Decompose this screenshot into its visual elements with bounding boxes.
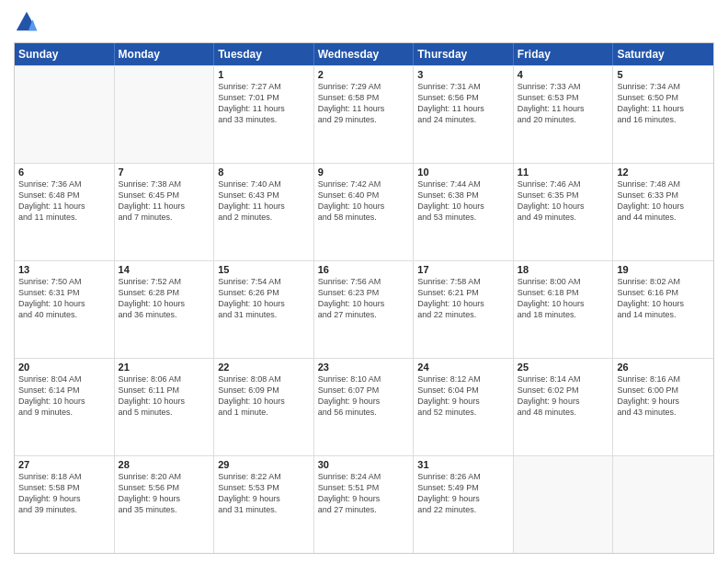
calendar-cell: 14Sunrise: 7:52 AMSunset: 6:28 PMDayligh… [115, 261, 215, 358]
calendar-cell: 25Sunrise: 8:14 AMSunset: 6:02 PMDayligh… [514, 359, 614, 455]
calendar-cell: 12Sunrise: 7:48 AMSunset: 6:33 PMDayligh… [613, 164, 713, 260]
calendar-cell: 6Sunrise: 7:36 AMSunset: 6:48 PMDaylight… [15, 164, 115, 260]
day-number: 12 [617, 167, 710, 178]
calendar-cell: 27Sunrise: 8:18 AMSunset: 5:58 PMDayligh… [15, 456, 115, 553]
logo [14, 9, 43, 35]
cell-text: Sunrise: 8:26 AMSunset: 5:49 PMDaylight:… [417, 471, 509, 516]
calendar-header: SundayMondayTuesdayWednesdayThursdayFrid… [15, 43, 713, 65]
calendar-cell: 11Sunrise: 7:46 AMSunset: 6:35 PMDayligh… [514, 164, 614, 260]
calendar-row: 1Sunrise: 7:27 AMSunset: 7:01 PMDaylight… [15, 65, 713, 163]
calendar-header-cell: Monday [115, 43, 215, 65]
day-number: 3 [417, 69, 509, 80]
day-number: 20 [18, 362, 110, 373]
cell-text: Sunrise: 8:24 AMSunset: 5:51 PMDaylight:… [318, 471, 410, 516]
cell-text: Sunrise: 8:22 AMSunset: 5:53 PMDaylight:… [218, 471, 310, 516]
calendar-cell: 2Sunrise: 7:29 AMSunset: 6:58 PMDaylight… [314, 66, 415, 163]
day-number: 23 [318, 362, 410, 373]
cell-text: Sunrise: 8:08 AMSunset: 6:09 PMDaylight:… [218, 373, 310, 419]
day-number: 27 [18, 459, 110, 470]
calendar-cell: 10Sunrise: 7:44 AMSunset: 6:38 PMDayligh… [414, 164, 514, 260]
day-number: 25 [518, 362, 609, 373]
page: SundayMondayTuesdayWednesdayThursdayFrid… [0, 0, 728, 563]
cell-text: Sunrise: 7:36 AMSunset: 6:48 PMDaylight:… [18, 178, 110, 224]
cell-text: Sunrise: 8:00 AMSunset: 6:18 PMDaylight:… [518, 276, 609, 321]
calendar-header-cell: Thursday [414, 43, 514, 65]
day-number: 15 [218, 264, 310, 275]
day-number: 14 [119, 264, 210, 275]
calendar-cell: 21Sunrise: 8:06 AMSunset: 6:11 PMDayligh… [115, 359, 215, 455]
calendar-row: 20Sunrise: 8:04 AMSunset: 6:14 PMDayligh… [15, 358, 713, 455]
day-number: 5 [617, 69, 710, 80]
cell-text: Sunrise: 7:44 AMSunset: 6:38 PMDaylight:… [417, 178, 509, 224]
calendar-cell: 18Sunrise: 8:00 AMSunset: 6:18 PMDayligh… [514, 261, 614, 358]
calendar-header-cell: Friday [514, 43, 614, 65]
cell-text: Sunrise: 7:52 AMSunset: 6:28 PMDaylight:… [119, 276, 210, 321]
cell-text: Sunrise: 7:33 AMSunset: 6:53 PMDaylight:… [518, 81, 609, 126]
day-number: 28 [119, 459, 210, 470]
calendar-cell: 16Sunrise: 7:56 AMSunset: 6:23 PMDayligh… [314, 261, 415, 358]
calendar-cell: 22Sunrise: 8:08 AMSunset: 6:09 PMDayligh… [214, 359, 314, 455]
day-number: 8 [218, 167, 310, 178]
calendar-cell: 31Sunrise: 8:26 AMSunset: 5:49 PMDayligh… [414, 456, 514, 553]
calendar-row: 13Sunrise: 7:50 AMSunset: 6:31 PMDayligh… [15, 260, 713, 358]
cell-text: Sunrise: 8:16 AMSunset: 6:00 PMDaylight:… [617, 373, 710, 419]
calendar-header-cell: Saturday [613, 43, 713, 65]
calendar-cell: 9Sunrise: 7:42 AMSunset: 6:40 PMDaylight… [314, 164, 415, 260]
cell-text: Sunrise: 8:10 AMSunset: 6:07 PMDaylight:… [318, 373, 410, 419]
calendar-cell-empty [613, 456, 713, 553]
day-number: 30 [318, 459, 410, 470]
calendar-row: 6Sunrise: 7:36 AMSunset: 6:48 PMDaylight… [15, 163, 713, 260]
cell-text: Sunrise: 7:29 AMSunset: 6:58 PMDaylight:… [318, 81, 410, 126]
day-number: 22 [218, 362, 310, 373]
day-number: 6 [18, 167, 110, 178]
calendar-cell: 5Sunrise: 7:34 AMSunset: 6:50 PMDaylight… [613, 66, 713, 163]
cell-text: Sunrise: 7:34 AMSunset: 6:50 PMDaylight:… [617, 81, 710, 126]
calendar-cell: 4Sunrise: 7:33 AMSunset: 6:53 PMDaylight… [514, 66, 614, 163]
calendar-cell: 24Sunrise: 8:12 AMSunset: 6:04 PMDayligh… [414, 359, 514, 455]
cell-text: Sunrise: 7:38 AMSunset: 6:45 PMDaylight:… [119, 178, 210, 224]
cell-text: Sunrise: 7:48 AMSunset: 6:33 PMDaylight:… [617, 178, 710, 224]
day-number: 4 [518, 69, 609, 80]
cell-text: Sunrise: 7:58 AMSunset: 6:21 PMDaylight:… [417, 276, 509, 321]
calendar-body: 1Sunrise: 7:27 AMSunset: 7:01 PMDaylight… [15, 65, 713, 553]
calendar-cell: 7Sunrise: 7:38 AMSunset: 6:45 PMDaylight… [115, 164, 215, 260]
day-number: 26 [617, 362, 710, 373]
header [14, 9, 714, 35]
day-number: 21 [119, 362, 210, 373]
day-number: 10 [417, 167, 509, 178]
cell-text: Sunrise: 8:14 AMSunset: 6:02 PMDaylight:… [518, 373, 609, 419]
calendar-header-cell: Tuesday [214, 43, 314, 65]
calendar-cell: 29Sunrise: 8:22 AMSunset: 5:53 PMDayligh… [214, 456, 314, 553]
calendar-cell: 26Sunrise: 8:16 AMSunset: 6:00 PMDayligh… [613, 359, 713, 455]
cell-text: Sunrise: 7:40 AMSunset: 6:43 PMDaylight:… [218, 178, 310, 224]
calendar-header-cell: Sunday [15, 43, 115, 65]
calendar-cell-empty [514, 456, 614, 553]
day-number: 29 [218, 459, 310, 470]
day-number: 7 [119, 167, 210, 178]
cell-text: Sunrise: 8:20 AMSunset: 5:56 PMDaylight:… [119, 471, 210, 516]
day-number: 16 [318, 264, 410, 275]
calendar-row: 27Sunrise: 8:18 AMSunset: 5:58 PMDayligh… [15, 455, 713, 553]
cell-text: Sunrise: 8:06 AMSunset: 6:11 PMDaylight:… [119, 373, 210, 419]
calendar-cell: 23Sunrise: 8:10 AMSunset: 6:07 PMDayligh… [314, 359, 415, 455]
day-number: 13 [18, 264, 110, 275]
day-number: 18 [518, 264, 609, 275]
cell-text: Sunrise: 7:50 AMSunset: 6:31 PMDaylight:… [18, 276, 110, 321]
day-number: 9 [318, 167, 410, 178]
day-number: 24 [417, 362, 509, 373]
calendar-cell: 1Sunrise: 7:27 AMSunset: 7:01 PMDaylight… [214, 66, 314, 163]
day-number: 2 [318, 69, 410, 80]
cell-text: Sunrise: 7:27 AMSunset: 7:01 PMDaylight:… [218, 81, 310, 126]
calendar-cell: 15Sunrise: 7:54 AMSunset: 6:26 PMDayligh… [214, 261, 314, 358]
calendar-cell: 13Sunrise: 7:50 AMSunset: 6:31 PMDayligh… [15, 261, 115, 358]
cell-text: Sunrise: 7:46 AMSunset: 6:35 PMDaylight:… [518, 178, 609, 224]
cell-text: Sunrise: 7:54 AMSunset: 6:26 PMDaylight:… [218, 276, 310, 321]
calendar: SundayMondayTuesdayWednesdayThursdayFrid… [14, 42, 714, 554]
cell-text: Sunrise: 8:12 AMSunset: 6:04 PMDaylight:… [417, 373, 509, 419]
calendar-cell: 17Sunrise: 7:58 AMSunset: 6:21 PMDayligh… [414, 261, 514, 358]
day-number: 1 [218, 69, 310, 80]
calendar-cell: 3Sunrise: 7:31 AMSunset: 6:56 PMDaylight… [414, 66, 514, 163]
cell-text: Sunrise: 7:31 AMSunset: 6:56 PMDaylight:… [417, 81, 509, 126]
calendar-cell: 8Sunrise: 7:40 AMSunset: 6:43 PMDaylight… [214, 164, 314, 260]
cell-text: Sunrise: 8:02 AMSunset: 6:16 PMDaylight:… [617, 276, 710, 321]
